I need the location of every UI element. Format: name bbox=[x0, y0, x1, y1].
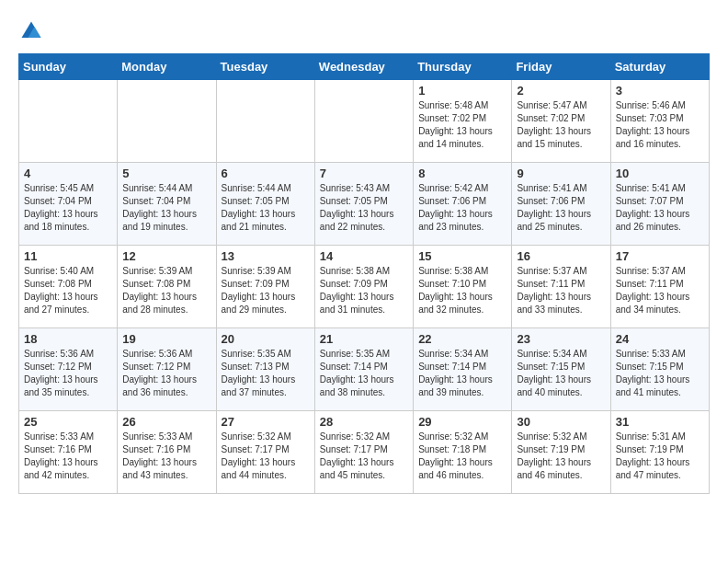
calendar-cell: 23Sunrise: 5:34 AMSunset: 7:15 PMDayligh… bbox=[512, 328, 610, 411]
calendar-cell: 5Sunrise: 5:44 AMSunset: 7:04 PMDaylight… bbox=[118, 163, 216, 246]
calendar-cell: 31Sunrise: 5:31 AMSunset: 7:19 PMDayligh… bbox=[610, 411, 709, 494]
page-header bbox=[18, 18, 710, 44]
day-number: 8 bbox=[418, 167, 506, 180]
calendar-cell: 16Sunrise: 5:37 AMSunset: 7:11 PMDayligh… bbox=[512, 246, 610, 328]
calendar-cell: 9Sunrise: 5:41 AMSunset: 7:06 PMDaylight… bbox=[512, 163, 610, 246]
calendar-cell: 29Sunrise: 5:32 AMSunset: 7:18 PMDayligh… bbox=[414, 411, 512, 494]
calendar-cell: 2Sunrise: 5:47 AMSunset: 7:02 PMDaylight… bbox=[512, 80, 610, 163]
calendar-cell bbox=[118, 80, 216, 163]
calendar-cell: 12Sunrise: 5:39 AMSunset: 7:08 PMDayligh… bbox=[118, 246, 216, 328]
day-number: 25 bbox=[24, 415, 112, 429]
calendar-cell: 4Sunrise: 5:45 AMSunset: 7:04 PMDaylight… bbox=[19, 163, 118, 246]
day-detail: Sunrise: 5:31 AMSunset: 7:19 PMDaylight:… bbox=[616, 431, 704, 482]
day-detail: Sunrise: 5:38 AMSunset: 7:09 PMDaylight:… bbox=[320, 265, 408, 316]
calendar-cell: 3Sunrise: 5:46 AMSunset: 7:03 PMDaylight… bbox=[610, 80, 709, 163]
day-detail: Sunrise: 5:35 AMSunset: 7:14 PMDaylight:… bbox=[320, 348, 408, 399]
weekday-header-wednesday: Wednesday bbox=[314, 54, 413, 80]
day-number: 4 bbox=[24, 167, 112, 180]
day-number: 22 bbox=[418, 332, 506, 346]
weekday-header-tuesday: Tuesday bbox=[216, 54, 314, 80]
day-number: 13 bbox=[222, 249, 310, 263]
calendar-cell: 14Sunrise: 5:38 AMSunset: 7:09 PMDayligh… bbox=[314, 246, 413, 328]
calendar-cell: 11Sunrise: 5:40 AMSunset: 7:08 PMDayligh… bbox=[19, 246, 118, 328]
weekday-header-friday: Friday bbox=[512, 54, 610, 80]
day-number: 10 bbox=[616, 167, 704, 180]
day-detail: Sunrise: 5:40 AMSunset: 7:08 PMDaylight:… bbox=[24, 265, 112, 316]
calendar-cell: 27Sunrise: 5:32 AMSunset: 7:17 PMDayligh… bbox=[216, 411, 314, 494]
week-row-3: 11Sunrise: 5:40 AMSunset: 7:08 PMDayligh… bbox=[19, 246, 710, 328]
day-detail: Sunrise: 5:41 AMSunset: 7:07 PMDaylight:… bbox=[616, 182, 704, 234]
day-detail: Sunrise: 5:48 AMSunset: 7:02 PMDaylight:… bbox=[418, 99, 506, 151]
calendar-table: SundayMondayTuesdayWednesdayThursdayFrid… bbox=[18, 53, 710, 494]
day-number: 31 bbox=[616, 415, 704, 429]
logo bbox=[18, 18, 48, 44]
calendar-cell: 19Sunrise: 5:36 AMSunset: 7:12 PMDayligh… bbox=[118, 328, 216, 411]
day-number: 14 bbox=[320, 249, 408, 263]
day-number: 7 bbox=[320, 167, 408, 180]
calendar-cell: 7Sunrise: 5:43 AMSunset: 7:05 PMDaylight… bbox=[314, 163, 413, 246]
calendar-cell: 8Sunrise: 5:42 AMSunset: 7:06 PMDaylight… bbox=[414, 163, 512, 246]
weekday-header-saturday: Saturday bbox=[610, 54, 709, 80]
day-number: 29 bbox=[418, 415, 506, 429]
week-row-1: 1Sunrise: 5:48 AMSunset: 7:02 PMDaylight… bbox=[19, 80, 710, 163]
day-detail: Sunrise: 5:32 AMSunset: 7:17 PMDaylight:… bbox=[320, 431, 408, 482]
day-number: 2 bbox=[517, 84, 605, 98]
calendar-cell: 17Sunrise: 5:37 AMSunset: 7:11 PMDayligh… bbox=[610, 246, 709, 328]
day-detail: Sunrise: 5:39 AMSunset: 7:08 PMDaylight:… bbox=[122, 265, 210, 316]
weekday-header-thursday: Thursday bbox=[414, 54, 512, 80]
day-number: 15 bbox=[418, 249, 506, 263]
day-detail: Sunrise: 5:32 AMSunset: 7:19 PMDaylight:… bbox=[517, 431, 605, 482]
day-detail: Sunrise: 5:37 AMSunset: 7:11 PMDaylight:… bbox=[517, 265, 605, 316]
day-detail: Sunrise: 5:41 AMSunset: 7:06 PMDaylight:… bbox=[517, 182, 605, 234]
calendar-cell: 18Sunrise: 5:36 AMSunset: 7:12 PMDayligh… bbox=[19, 328, 118, 411]
day-number: 23 bbox=[517, 332, 605, 346]
calendar-cell: 13Sunrise: 5:39 AMSunset: 7:09 PMDayligh… bbox=[216, 246, 314, 328]
weekday-header-sunday: Sunday bbox=[19, 54, 118, 80]
day-detail: Sunrise: 5:35 AMSunset: 7:13 PMDaylight:… bbox=[222, 348, 310, 399]
day-number: 5 bbox=[122, 167, 210, 180]
calendar-cell: 25Sunrise: 5:33 AMSunset: 7:16 PMDayligh… bbox=[19, 411, 118, 494]
day-detail: Sunrise: 5:34 AMSunset: 7:14 PMDaylight:… bbox=[418, 348, 506, 399]
day-detail: Sunrise: 5:38 AMSunset: 7:10 PMDaylight:… bbox=[418, 265, 506, 316]
day-number: 6 bbox=[222, 167, 310, 180]
week-row-4: 18Sunrise: 5:36 AMSunset: 7:12 PMDayligh… bbox=[19, 328, 710, 411]
day-detail: Sunrise: 5:37 AMSunset: 7:11 PMDaylight:… bbox=[616, 265, 704, 316]
day-number: 21 bbox=[320, 332, 408, 346]
day-detail: Sunrise: 5:44 AMSunset: 7:04 PMDaylight:… bbox=[122, 182, 210, 234]
day-number: 17 bbox=[616, 249, 704, 263]
day-number: 26 bbox=[122, 415, 210, 429]
weekday-header-row: SundayMondayTuesdayWednesdayThursdayFrid… bbox=[19, 54, 710, 80]
weekday-header-monday: Monday bbox=[118, 54, 216, 80]
day-detail: Sunrise: 5:44 AMSunset: 7:05 PMDaylight:… bbox=[222, 182, 310, 234]
day-detail: Sunrise: 5:47 AMSunset: 7:02 PMDaylight:… bbox=[517, 99, 605, 151]
day-detail: Sunrise: 5:42 AMSunset: 7:06 PMDaylight:… bbox=[418, 182, 506, 234]
day-number: 30 bbox=[517, 415, 605, 429]
day-number: 18 bbox=[24, 332, 112, 346]
calendar-cell: 21Sunrise: 5:35 AMSunset: 7:14 PMDayligh… bbox=[314, 328, 413, 411]
day-number: 3 bbox=[616, 84, 704, 98]
calendar-cell: 6Sunrise: 5:44 AMSunset: 7:05 PMDaylight… bbox=[216, 163, 314, 246]
day-number: 20 bbox=[222, 332, 310, 346]
day-number: 19 bbox=[122, 332, 210, 346]
logo-icon bbox=[18, 18, 44, 44]
day-detail: Sunrise: 5:36 AMSunset: 7:12 PMDaylight:… bbox=[24, 348, 112, 399]
day-detail: Sunrise: 5:36 AMSunset: 7:12 PMDaylight:… bbox=[122, 348, 210, 399]
day-detail: Sunrise: 5:33 AMSunset: 7:15 PMDaylight:… bbox=[616, 348, 704, 399]
calendar-cell: 24Sunrise: 5:33 AMSunset: 7:15 PMDayligh… bbox=[610, 328, 709, 411]
day-detail: Sunrise: 5:32 AMSunset: 7:17 PMDaylight:… bbox=[222, 431, 310, 482]
week-row-5: 25Sunrise: 5:33 AMSunset: 7:16 PMDayligh… bbox=[19, 411, 710, 494]
calendar-cell: 26Sunrise: 5:33 AMSunset: 7:16 PMDayligh… bbox=[118, 411, 216, 494]
calendar-cell: 22Sunrise: 5:34 AMSunset: 7:14 PMDayligh… bbox=[414, 328, 512, 411]
calendar-cell bbox=[19, 80, 118, 163]
day-number: 28 bbox=[320, 415, 408, 429]
calendar-cell bbox=[314, 80, 413, 163]
day-detail: Sunrise: 5:46 AMSunset: 7:03 PMDaylight:… bbox=[616, 99, 704, 151]
calendar-cell bbox=[216, 80, 314, 163]
day-number: 12 bbox=[122, 249, 210, 263]
day-number: 9 bbox=[517, 167, 605, 180]
calendar-cell: 20Sunrise: 5:35 AMSunset: 7:13 PMDayligh… bbox=[216, 328, 314, 411]
day-number: 24 bbox=[616, 332, 704, 346]
calendar-cell: 1Sunrise: 5:48 AMSunset: 7:02 PMDaylight… bbox=[414, 80, 512, 163]
calendar-cell: 15Sunrise: 5:38 AMSunset: 7:10 PMDayligh… bbox=[414, 246, 512, 328]
day-detail: Sunrise: 5:39 AMSunset: 7:09 PMDaylight:… bbox=[222, 265, 310, 316]
